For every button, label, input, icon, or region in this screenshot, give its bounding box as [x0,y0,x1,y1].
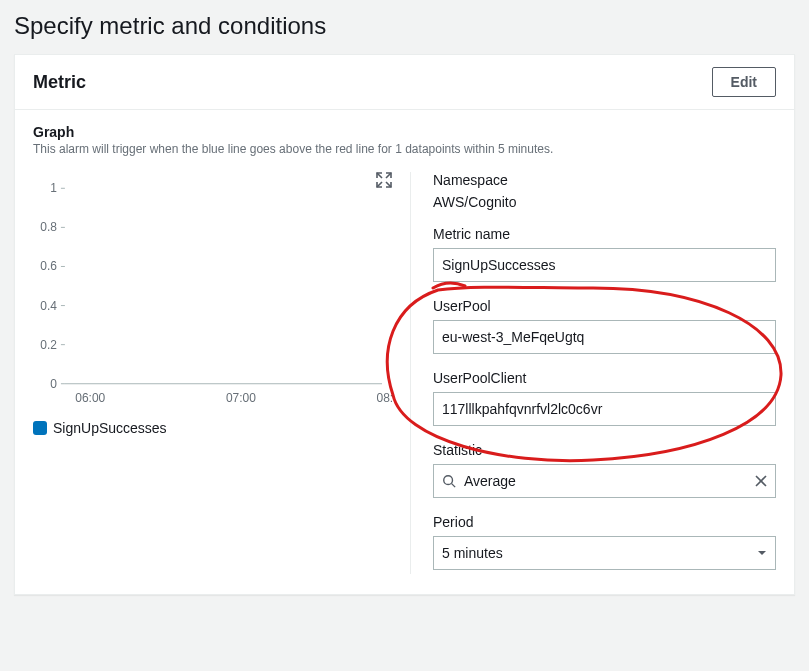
svg-text:1: 1 [50,181,57,195]
statistic-label: Statistic [433,442,776,458]
svg-text:0.6: 0.6 [40,259,57,273]
close-icon[interactable] [755,475,767,487]
userpool-input[interactable]: eu-west-3_MeFqeUgtq [433,320,776,354]
chart-panel: 00.20.40.60.8106:0007:0008:00 SignUpSucc… [33,172,411,574]
graph-subtitle: Graph [33,124,776,140]
userpoolclient-input-value: 117lllkpahfqvnrfvl2lc0c6vr [442,401,602,417]
svg-line-17 [452,484,456,488]
metric-name-input-value: SignUpSuccesses [442,257,556,273]
caret-down-icon [757,545,767,561]
period-select-value: 5 minutes [442,545,503,561]
svg-text:0: 0 [50,377,57,391]
namespace-label: Namespace [433,172,776,188]
metric-card-title: Metric [33,72,86,93]
metric-card: Metric Edit Graph This alarm will trigge… [14,54,795,595]
legend-swatch-icon [33,421,47,435]
userpoolclient-input[interactable]: 117lllkpahfqvnrfvl2lc0c6vr [433,392,776,426]
metric-name-label: Metric name [433,226,776,242]
svg-text:0.4: 0.4 [40,299,57,313]
search-icon [442,474,456,488]
statistic-input[interactable]: Average [433,464,776,498]
page-title: Specify metric and conditions [14,12,799,40]
legend-series-label: SignUpSuccesses [53,420,167,436]
period-label: Period [433,514,776,530]
svg-text:07:00: 07:00 [226,391,256,405]
edit-button[interactable]: Edit [712,67,776,97]
metric-chart: 00.20.40.60.8106:0007:0008:00 [33,178,392,408]
graph-helper-text: This alarm will trigger when the blue li… [33,142,776,156]
statistic-input-value: Average [464,473,516,489]
userpoolclient-label: UserPoolClient [433,370,776,386]
metric-fields-panel: Namespace AWS/Cognito Metric name SignUp… [411,172,776,574]
svg-text:06:00: 06:00 [75,391,105,405]
userpool-label: UserPool [433,298,776,314]
namespace-value: AWS/Cognito [433,194,776,210]
svg-text:0.2: 0.2 [40,338,57,352]
svg-text:08:00: 08:00 [377,391,392,405]
metric-name-input[interactable]: SignUpSuccesses [433,248,776,282]
period-select[interactable]: 5 minutes [433,536,776,570]
userpool-input-value: eu-west-3_MeFqeUgtq [442,329,584,345]
svg-point-16 [444,476,453,485]
svg-text:0.8: 0.8 [40,220,57,234]
